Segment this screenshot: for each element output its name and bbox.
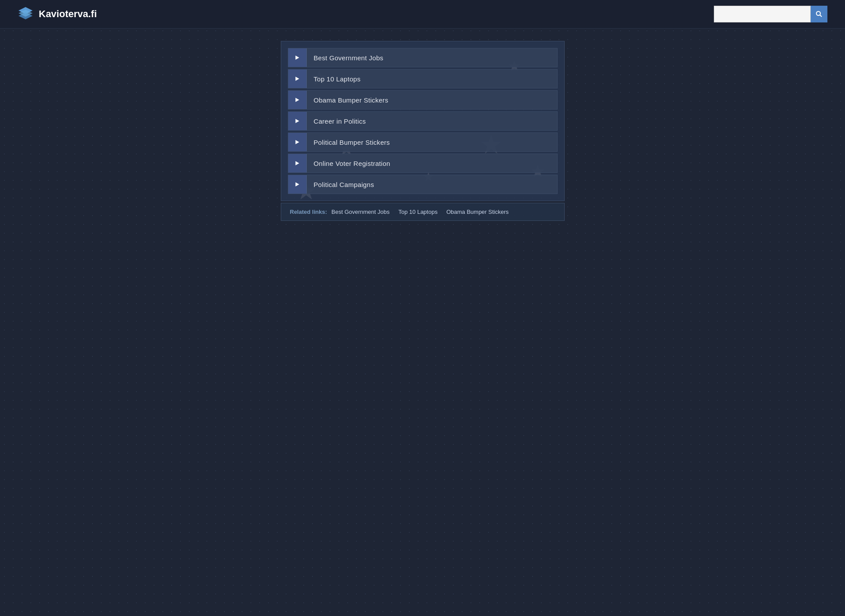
- menu-item-arrow-obama-bumper-stickers: [288, 91, 307, 109]
- menu-item-label-top-10-laptops: Top 10 Laptops: [307, 75, 368, 83]
- menu-item-label-best-government-jobs: Best Government Jobs: [307, 54, 391, 62]
- play-icon: [294, 76, 300, 81]
- search-area: [714, 6, 827, 22]
- search-button[interactable]: [811, 6, 827, 22]
- play-icon: [294, 118, 300, 124]
- svg-marker-9: [295, 140, 299, 144]
- menu-item-arrow-top-10-laptops: [288, 70, 307, 88]
- play-icon: [294, 139, 300, 145]
- menu-item-label-online-voter-registration: Online Voter Registration: [307, 160, 397, 167]
- related-links-section: Related links: Best Government JobsTop 1…: [281, 203, 565, 221]
- svg-marker-8: [295, 119, 299, 123]
- menu-item-label-obama-bumper-stickers: Obama Bumper Stickers: [307, 96, 396, 104]
- menu-item-political-bumper-stickers[interactable]: Political Bumper Stickers: [288, 132, 558, 152]
- main-content: ★ ★ ★ ★ ★ ★ ★ Best Government JobsTop 10…: [0, 29, 845, 221]
- menu-list: Best Government JobsTop 10 LaptopsObama …: [288, 48, 558, 194]
- logo-text: Kavioterva.fi: [39, 8, 97, 20]
- svg-marker-10: [295, 161, 299, 165]
- related-link-rl-top-10-laptops[interactable]: Top 10 Laptops: [398, 209, 437, 215]
- logo-icon: [18, 6, 33, 22]
- menu-item-arrow-political-bumper-stickers: [288, 133, 307, 151]
- menu-item-arrow-online-voter-registration: [288, 154, 307, 172]
- logo-area: Kavioterva.fi: [18, 6, 97, 22]
- play-icon: [294, 182, 300, 187]
- menu-item-online-voter-registration[interactable]: Online Voter Registration: [288, 154, 558, 173]
- related-link-rl-best-government-jobs[interactable]: Best Government Jobs: [331, 209, 389, 215]
- play-icon: [294, 161, 300, 166]
- play-icon: [294, 97, 300, 103]
- menu-item-label-political-campaigns: Political Campaigns: [307, 181, 381, 188]
- search-input[interactable]: [714, 6, 811, 22]
- play-icon: [294, 55, 300, 60]
- header: Kavioterva.fi: [0, 0, 845, 29]
- menu-item-career-in-politics[interactable]: Career in Politics: [288, 111, 558, 131]
- menu-item-top-10-laptops[interactable]: Top 10 Laptops: [288, 69, 558, 88]
- menu-item-arrow-career-in-politics: [288, 112, 307, 130]
- menu-item-obama-bumper-stickers[interactable]: Obama Bumper Stickers: [288, 90, 558, 110]
- main-wrapper: ★ ★ ★ ★ ★ ★ ★ Best Government JobsTop 10…: [281, 33, 565, 221]
- svg-marker-5: [295, 55, 299, 60]
- svg-point-3: [816, 11, 820, 15]
- menu-item-label-political-bumper-stickers: Political Bumper Stickers: [307, 139, 397, 146]
- menu-item-label-career-in-politics: Career in Politics: [307, 117, 373, 125]
- svg-marker-7: [295, 98, 299, 102]
- related-link-rl-obama-bumper-stickers[interactable]: Obama Bumper Stickers: [446, 209, 509, 215]
- center-panel: ★ ★ ★ ★ ★ ★ ★ Best Government JobsTop 10…: [281, 41, 565, 201]
- related-links-label: Related links:: [290, 209, 327, 215]
- menu-item-arrow-best-government-jobs: [288, 48, 307, 67]
- search-icon: [816, 11, 823, 18]
- menu-item-arrow-political-campaigns: [288, 175, 307, 194]
- svg-marker-11: [295, 182, 299, 187]
- svg-line-4: [820, 15, 822, 17]
- svg-marker-6: [295, 77, 299, 81]
- menu-item-political-campaigns[interactable]: Political Campaigns: [288, 175, 558, 194]
- menu-item-best-government-jobs[interactable]: Best Government Jobs: [288, 48, 558, 67]
